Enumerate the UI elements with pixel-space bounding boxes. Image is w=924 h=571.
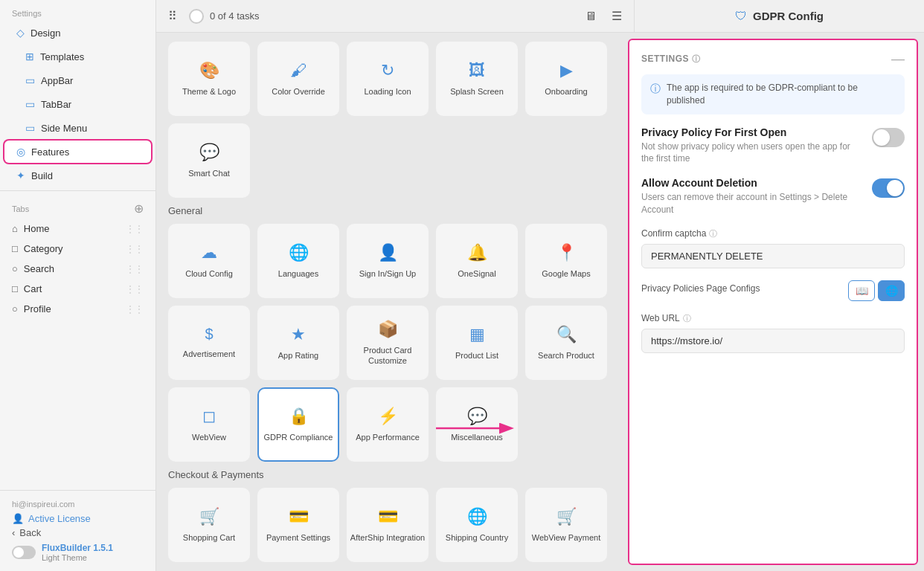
back-button[interactable]: ‹ Back: [12, 527, 144, 538]
captcha-input[interactable]: [641, 244, 905, 268]
shipping-country-icon: 🌐: [467, 507, 487, 526]
shopping-cart-icon: 🛒: [199, 507, 219, 526]
card-webview-payment[interactable]: 🛒 WebView Payment: [525, 488, 607, 562]
drag-handle[interactable]: ⋮⋮: [126, 304, 144, 314]
smart-chat-icon: 💬: [199, 143, 219, 162]
drag-handle[interactable]: ⋮⋮: [126, 244, 144, 254]
card-splash-screen[interactable]: 🖼 Splash Screen: [436, 42, 518, 116]
sidebar-divider: [0, 190, 155, 191]
card-app-performance[interactable]: ⚡ App Performance: [347, 387, 429, 462]
allow-deletion-row: Allow Account Deletion Users can remove …: [641, 177, 905, 216]
monitor-icon[interactable]: 🖥: [585, 10, 597, 23]
product-list-icon: ▦: [469, 325, 485, 344]
minimize-button[interactable]: —: [891, 52, 905, 65]
panel-settings-label: SETTINGS ⓘ: [641, 54, 701, 65]
drag-handle[interactable]: ⋮⋮: [126, 284, 144, 294]
feature-grid-area: 🎨 Theme & Logo 🖌 Color Override ↻ Loadin…: [156, 33, 622, 571]
product-card-icon: 📦: [378, 320, 398, 339]
sidebar-item-build[interactable]: ✦ Build: [4, 164, 151, 187]
shield-icon: 🛡: [735, 10, 747, 23]
card-color-override[interactable]: 🖌 Color Override: [257, 42, 339, 116]
tab-category[interactable]: □ Category ⋮⋮: [0, 239, 155, 259]
web-url-row: Web URL ⓘ: [641, 313, 905, 353]
tab-search[interactable]: ○ Search ⋮⋮: [0, 259, 155, 279]
card-smart-chat[interactable]: 💬 Smart Chat: [168, 123, 250, 198]
panel-topbar: 🛡 GDPR Config: [634, 0, 924, 33]
app-performance-icon: ⚡: [378, 407, 398, 426]
loading-icon: ↻: [381, 61, 394, 80]
web-url-label: Web URL ⓘ: [641, 313, 905, 324]
sidebar-item-appbar[interactable]: ▭ AppBar: [4, 69, 151, 91]
search-nav-icon: ○: [12, 263, 18, 274]
card-sign-in-up[interactable]: 👤 Sign In/Sign Up: [347, 224, 429, 298]
privacy-policy-toggle[interactable]: [872, 128, 905, 147]
panel-settings-header: SETTINGS ⓘ —: [641, 52, 905, 65]
card-shopping-cart[interactable]: 🛒 Shopping Cart: [168, 488, 250, 562]
card-cloud-config[interactable]: ☁ Cloud Config: [168, 224, 250, 298]
card-google-maps[interactable]: 📍 Google Maps: [525, 224, 607, 298]
allow-deletion-toggle[interactable]: [872, 178, 905, 198]
webview-payment-icon: 🛒: [556, 507, 577, 526]
version-info: FluxBuilder 1.5.1 Light Theme: [42, 543, 113, 562]
card-search-product[interactable]: 🔍 Search Product: [525, 306, 607, 380]
profile-nav-icon: ○: [12, 303, 18, 314]
card-onboarding[interactable]: ▶ Onboarding: [525, 42, 607, 116]
sidebar-item-tabbar[interactable]: ▭ TabBar: [4, 93, 151, 115]
card-aftership[interactable]: 💳 AfterShip Integration: [347, 488, 429, 562]
card-onesignal[interactable]: 🔔 OneSignal: [436, 224, 518, 298]
drag-handle[interactable]: ⋮⋮: [126, 264, 144, 274]
card-theme-logo[interactable]: 🎨 Theme & Logo: [168, 42, 250, 116]
card-shipping-country[interactable]: 🌐 Shipping Country: [436, 488, 518, 562]
tab-profile[interactable]: ○ Profile ⋮⋮: [0, 299, 155, 319]
templates-icon: ⊞: [25, 51, 34, 62]
card-app-rating[interactable]: ★ App Rating: [257, 306, 339, 380]
sidebar-bottom: hi@inspireui.com 👤 Active License ‹ Back…: [0, 490, 155, 571]
active-license-item[interactable]: 👤 Active License: [12, 513, 144, 524]
tab-cart[interactable]: □ Cart ⋮⋮: [0, 279, 155, 299]
build-icon: ✦: [16, 170, 25, 181]
card-payment-settings[interactable]: 💳 Payment Settings: [257, 488, 339, 562]
card-loading-icon[interactable]: ↻ Loading Icon: [347, 42, 429, 116]
card-webview[interactable]: ◻ WebView: [168, 387, 250, 462]
list-icon[interactable]: ☰: [612, 9, 622, 23]
home-icon: ⌂: [12, 223, 18, 234]
info-circle-icon: ⓘ: [692, 54, 701, 65]
top-bar: ⠿ 0 of 4 tasks 🖥 ☰: [156, 0, 634, 33]
card-product-list[interactable]: ▦ Product List: [436, 306, 518, 380]
card-miscellaneous[interactable]: 💬 Miscellaneous: [436, 387, 518, 462]
misc-row-2: ◻ WebView 🔒 GDPR Compliance ⚡ App Perfor…: [168, 387, 610, 462]
card-advertisement[interactable]: $ Advertisement: [168, 306, 250, 380]
app-container: Settings ◇ Design ⊞ Templates ▭ AppBar ▭…: [0, 0, 924, 571]
config-btn-book[interactable]: 📖: [848, 280, 875, 301]
toggle-knob: [873, 129, 890, 146]
sidebar-item-templates[interactable]: ⊞ Templates: [4, 45, 151, 68]
settings-section-label: Settings: [0, 0, 155, 21]
cloud-config-icon: ☁: [201, 243, 217, 262]
tabs-add-button[interactable]: ⊕: [134, 201, 144, 216]
privacy-configs-label: Privacy Policies Page Configs: [641, 283, 760, 294]
card-product-card[interactable]: 📦 Product Card Customize: [347, 306, 429, 380]
sidebar-item-features[interactable]: ◎ Features: [4, 141, 151, 163]
captcha-info-icon: ⓘ: [709, 228, 717, 239]
toggle-knob: [887, 180, 903, 196]
grid-icon[interactable]: ⠿: [168, 9, 177, 23]
tab-home[interactable]: ⌂ Home ⋮⋮: [0, 219, 155, 239]
url-info-icon: ⓘ: [683, 313, 691, 324]
task-progress: 0 of 4 tasks: [189, 9, 259, 24]
theme-toggle[interactable]: [12, 546, 36, 559]
card-languages[interactable]: 🌐 Languages: [257, 224, 339, 298]
onboarding-icon: ▶: [560, 61, 573, 80]
config-btn-web[interactable]: 🌐: [878, 280, 905, 301]
url-input[interactable]: [641, 329, 905, 353]
checkout-section-title: Checkout & Payments: [168, 469, 610, 480]
sidebar-item-sidemenu[interactable]: ▭ Side Menu: [4, 117, 151, 139]
checkout-row: 🛒 Shopping Cart 💳 Payment Settings 💳 Aft…: [168, 488, 610, 562]
card-gdpr-compliance[interactable]: 🔒 GDPR Compliance: [257, 387, 339, 462]
category-icon: □: [12, 243, 18, 254]
misc-row-1: $ Advertisement ★ App Rating 📦 Product C…: [168, 306, 610, 380]
sidebar-item-design[interactable]: ◇ Design: [4, 22, 151, 44]
general-section-title: General: [168, 205, 610, 216]
task-circle: [189, 9, 204, 24]
privacy-configs-row: Privacy Policies Page Configs 📖 🌐: [641, 280, 905, 301]
drag-handle[interactable]: ⋮⋮: [126, 224, 144, 234]
